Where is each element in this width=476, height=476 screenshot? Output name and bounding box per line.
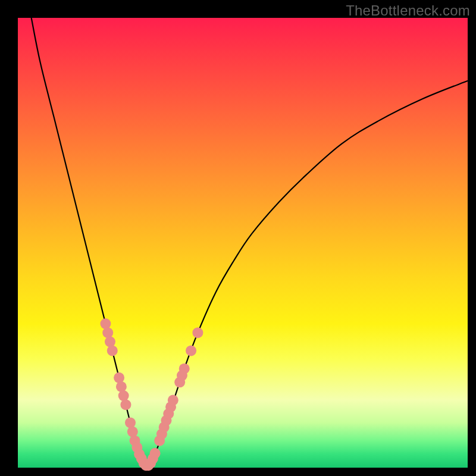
curve-right-branch [146, 81, 468, 468]
marker-point [192, 327, 203, 338]
marker-point [105, 336, 115, 347]
marker-point [186, 345, 196, 356]
chart-frame: TheBottleneck.com [0, 0, 476, 476]
marker-point [116, 381, 127, 392]
marker-point [107, 345, 118, 356]
marker-point [100, 318, 111, 329]
plot-area [18, 18, 468, 468]
watermark-text: TheBottleneck.com [346, 2, 470, 19]
marker-point [125, 417, 136, 428]
marker-point [150, 448, 161, 459]
marker-point [127, 427, 138, 437]
marker-point [118, 390, 129, 401]
marker-group [100, 318, 203, 471]
curve-left-branch [32, 18, 146, 468]
marker-point [168, 395, 178, 406]
marker-point [120, 399, 131, 410]
marker-point [102, 327, 113, 338]
marker-point [114, 372, 124, 383]
curve-svg [18, 18, 468, 468]
marker-point [179, 364, 190, 374]
